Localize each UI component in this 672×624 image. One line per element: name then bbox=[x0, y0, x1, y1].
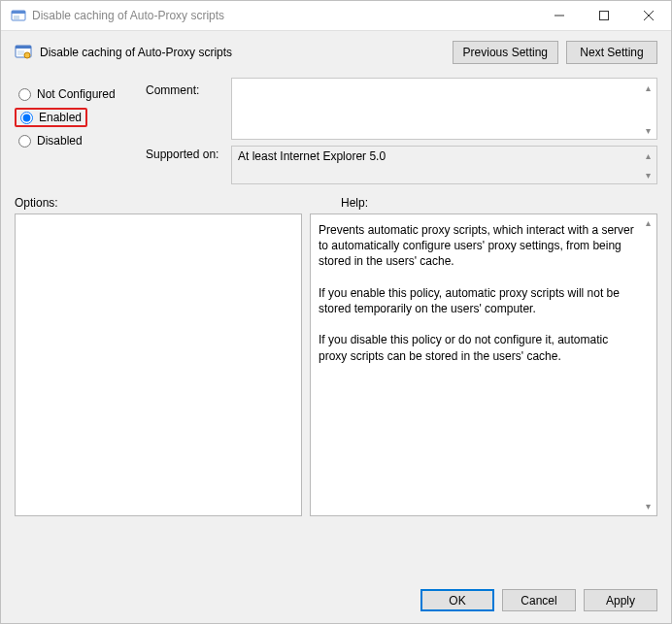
app-icon bbox=[11, 8, 26, 23]
chevron-down-icon[interactable]: ▾ bbox=[641, 500, 655, 513]
radio-enabled-input[interactable] bbox=[20, 112, 33, 124]
previous-setting-button[interactable]: Previous Setting bbox=[453, 41, 558, 64]
radio-disabled[interactable]: Disabled bbox=[15, 128, 136, 153]
supported-on-label: Supported on: bbox=[146, 142, 221, 161]
chevron-up-icon[interactable]: ▴ bbox=[641, 81, 655, 94]
next-setting-button[interactable]: Next Setting bbox=[566, 41, 657, 64]
close-button[interactable] bbox=[626, 1, 671, 30]
maximize-button[interactable] bbox=[582, 1, 626, 30]
titlebar: Disable caching of Auto-Proxy scripts bbox=[1, 1, 671, 31]
help-label: Help: bbox=[341, 196, 657, 210]
chevron-up-icon[interactable]: ▴ bbox=[641, 148, 655, 162]
apply-button[interactable]: Apply bbox=[584, 589, 657, 611]
radio-not-configured-label: Not Configured bbox=[37, 87, 116, 101]
window-title: Disable caching of Auto-Proxy scripts bbox=[32, 9, 224, 22]
chevron-down-icon[interactable]: ▾ bbox=[641, 123, 655, 137]
state-radio-group: Not Configured Enabled Disabled bbox=[15, 76, 136, 184]
enabled-highlight-box: Enabled bbox=[15, 108, 87, 127]
dialog-footer: OK Cancel Apply bbox=[1, 577, 671, 623]
svg-rect-2 bbox=[14, 16, 19, 19]
comment-field[interactable]: ▴ ▾ bbox=[231, 78, 657, 140]
svg-rect-4 bbox=[600, 12, 609, 20]
help-pane: Prevents automatic proxy scripts, which … bbox=[310, 213, 657, 516]
policy-icon bbox=[15, 44, 32, 61]
help-text: Prevents automatic proxy scripts, which … bbox=[319, 223, 637, 363]
header-row: Disable caching of Auto-Proxy scripts Pr… bbox=[1, 31, 671, 70]
radio-enabled[interactable]: Enabled bbox=[17, 111, 82, 124]
svg-point-10 bbox=[24, 52, 30, 58]
options-pane bbox=[15, 213, 302, 516]
svg-rect-1 bbox=[12, 11, 25, 14]
radio-disabled-label: Disabled bbox=[37, 134, 83, 148]
comment-label: Comment: bbox=[146, 82, 221, 142]
chevron-up-icon[interactable]: ▴ bbox=[641, 216, 655, 230]
dialog-window: Disable caching of Auto-Proxy scripts bbox=[0, 0, 672, 624]
supported-on-value: At least Internet Explorer 5.0 bbox=[238, 149, 386, 163]
supported-on-field: At least Internet Explorer 5.0 ▴ ▾ bbox=[231, 146, 657, 184]
radio-disabled-input[interactable] bbox=[18, 135, 31, 148]
radio-enabled-label: Enabled bbox=[39, 111, 82, 124]
radio-not-configured[interactable]: Not Configured bbox=[15, 82, 136, 107]
policy-title: Disable caching of Auto-Proxy scripts bbox=[40, 46, 232, 59]
svg-rect-8 bbox=[16, 46, 31, 49]
chevron-down-icon[interactable]: ▾ bbox=[641, 168, 655, 181]
svg-rect-9 bbox=[17, 50, 24, 55]
ok-button[interactable]: OK bbox=[420, 589, 494, 611]
minimize-button[interactable] bbox=[537, 1, 582, 30]
options-label: Options: bbox=[15, 196, 341, 210]
cancel-button[interactable]: Cancel bbox=[502, 589, 576, 611]
radio-not-configured-input[interactable] bbox=[18, 88, 31, 101]
